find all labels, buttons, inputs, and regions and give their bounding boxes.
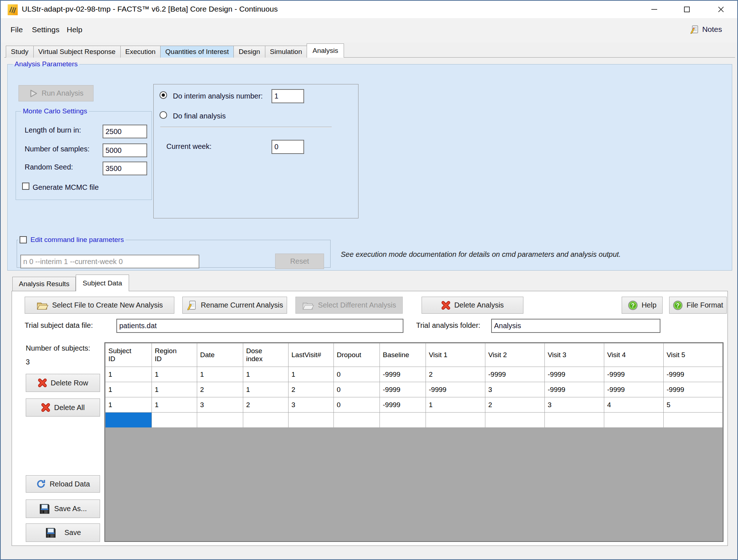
tab-analysis-results[interactable]: Analysis Results [12, 277, 76, 291]
column-header[interactable]: Region ID [152, 343, 197, 367]
table-cell[interactable]: -9999 [664, 367, 723, 382]
empty-cell[interactable] [664, 413, 723, 428]
column-header[interactable]: Visit 5 [664, 343, 723, 367]
save-button[interactable]: Save [26, 523, 100, 542]
file-format-button[interactable]: ? File Format [669, 297, 727, 314]
empty-cell[interactable] [545, 413, 604, 428]
table-cell[interactable]: 2 [243, 397, 289, 413]
maximize-button[interactable] [675, 1, 698, 18]
empty-cell[interactable] [197, 413, 243, 428]
table-cell[interactable]: 2 [426, 367, 485, 382]
table-cell[interactable]: -9999 [485, 367, 545, 382]
delete-row-button[interactable]: Delete Row [26, 374, 100, 392]
tab-simulation[interactable]: Simulation [265, 46, 307, 58]
column-header[interactable]: Visit 1 [426, 343, 485, 367]
table-cell[interactable]: 1 [152, 367, 197, 382]
table-cell[interactable]: 1 [243, 367, 289, 382]
table-cell[interactable]: -9999 [545, 367, 604, 382]
tab-quantities-of-interest[interactable]: Quantities of Interest [160, 46, 234, 58]
table-cell[interactable]: 4 [604, 397, 664, 413]
cmdline-input[interactable] [20, 255, 199, 268]
table-cell[interactable]: 1 [243, 382, 289, 397]
column-header[interactable]: Visit 4 [604, 343, 664, 367]
generate-mcmc-checkbox[interactable] [22, 183, 29, 190]
table-cell[interactable]: -9999 [426, 382, 485, 397]
table-cell[interactable]: 0 [334, 382, 380, 397]
table-cell[interactable]: 0 [334, 397, 380, 413]
table-cell[interactable]: -9999 [380, 367, 426, 382]
rename-analysis-button[interactable]: Rename Current Analysis [182, 297, 287, 314]
table-cell[interactable]: 1 [289, 367, 334, 382]
empty-cell[interactable] [152, 413, 197, 428]
interim-analysis-radio[interactable] [159, 91, 167, 99]
random-seed-input[interactable] [103, 162, 147, 175]
menu-file[interactable]: File [11, 25, 23, 34]
column-header[interactable]: Visit 2 [485, 343, 545, 367]
tab-analysis[interactable]: Analysis [307, 43, 344, 58]
column-header[interactable]: Visit 3 [545, 343, 604, 367]
edit-cmdline-checkbox[interactable] [20, 236, 27, 243]
table-cell[interactable]: -9999 [380, 382, 426, 397]
column-header[interactable]: Baseline [380, 343, 426, 367]
tab-virtual-subject-response[interactable]: Virtual Subject Response [33, 46, 121, 58]
table-cell[interactable]: 2 [197, 382, 243, 397]
table-cell[interactable]: 3 [545, 397, 604, 413]
table-cell[interactable]: 3 [197, 397, 243, 413]
column-header[interactable]: Date [197, 343, 243, 367]
column-header[interactable]: Dropout [334, 343, 380, 367]
final-analysis-radio[interactable] [159, 111, 167, 119]
select-different-analysis-button[interactable]: Select Different Analysis [295, 297, 403, 314]
empty-cell[interactable] [289, 413, 334, 428]
burn-in-input[interactable] [103, 125, 147, 138]
delete-all-button[interactable]: Delete All [26, 398, 100, 417]
run-analysis-button[interactable]: Run Analysis [18, 85, 94, 101]
reset-button[interactable]: Reset [275, 254, 324, 269]
menu-help[interactable]: Help [67, 25, 82, 34]
select-file-new-analysis-button[interactable]: Select File to Create New Analysis [25, 297, 174, 314]
empty-cell[interactable] [604, 413, 664, 428]
table-cell[interactable]: -9999 [380, 397, 426, 413]
reload-data-button[interactable]: Reload Data [26, 475, 100, 493]
empty-cell[interactable] [334, 413, 380, 428]
table-cell[interactable]: 1 [426, 397, 485, 413]
table-cell[interactable]: 1 [152, 397, 197, 413]
table-cell[interactable]: -9999 [604, 367, 664, 382]
analysis-folder-input[interactable] [491, 319, 660, 333]
table-cell[interactable]: -9999 [664, 382, 723, 397]
empty-cell[interactable] [380, 413, 426, 428]
table-cell[interactable]: 1 [152, 382, 197, 397]
save-as-button[interactable]: Save As... [26, 500, 100, 518]
tab-design[interactable]: Design [233, 46, 265, 58]
table-cell[interactable]: -9999 [545, 382, 604, 397]
table-cell[interactable]: 3 [485, 382, 545, 397]
trial-file-input[interactable] [116, 319, 403, 333]
table-cell[interactable]: 1 [105, 382, 152, 397]
current-week-input[interactable] [271, 140, 304, 154]
interim-number-input[interactable] [271, 89, 304, 103]
tab-execution[interactable]: Execution [120, 46, 161, 58]
table-cell[interactable]: 2 [485, 397, 545, 413]
help-button[interactable]: ? Help [622, 297, 663, 314]
table-cell[interactable]: 0 [334, 367, 380, 382]
selected-cell[interactable] [105, 413, 152, 428]
empty-cell[interactable] [243, 413, 289, 428]
column-header[interactable]: LastVisit# [289, 343, 334, 367]
tab-subject-data[interactable]: Subject Data [76, 275, 129, 291]
notes-button[interactable]: Notes [690, 25, 722, 34]
menu-settings[interactable]: Settings [32, 25, 59, 34]
empty-cell[interactable] [426, 413, 485, 428]
column-header[interactable]: Subject ID [105, 343, 152, 367]
table-cell[interactable]: -9999 [604, 382, 664, 397]
table-cell[interactable]: 3 [289, 397, 334, 413]
column-header[interactable]: Dose index [243, 343, 289, 367]
table-cell[interactable]: 1 [105, 397, 152, 413]
num-samples-input[interactable] [103, 143, 147, 157]
table-cell[interactable]: 1 [105, 367, 152, 382]
tab-study[interactable]: Study [6, 46, 34, 58]
table-cell[interactable]: 1 [197, 367, 243, 382]
close-button[interactable] [709, 1, 733, 18]
table-cell[interactable]: 5 [664, 397, 723, 413]
empty-cell[interactable] [485, 413, 545, 428]
delete-analysis-button[interactable]: Delete Analysis [422, 297, 523, 314]
table-cell[interactable]: 2 [289, 382, 334, 397]
